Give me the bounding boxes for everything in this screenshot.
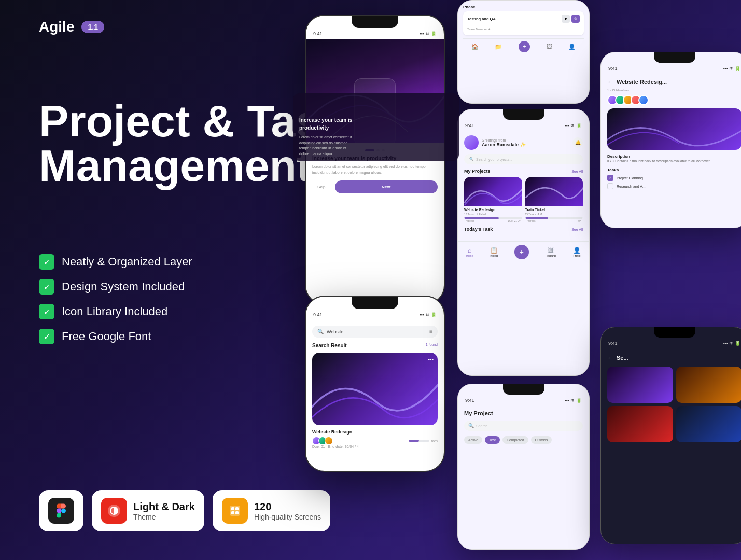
add-fab[interactable]: + <box>519 41 530 52</box>
theme-badge-text: Light & Dark Theme <box>133 501 195 521</box>
feature-label: Icon Library Included <box>62 305 167 318</box>
description-title: Description <box>607 154 741 159</box>
next-button[interactable]: Next <box>335 180 438 193</box>
feature-list: ✓ Neatly & Organized Layer ✓ Design Syst… <box>39 254 192 354</box>
member-count: 1 - 35 Members <box>607 89 629 92</box>
result-count: 1 found <box>426 343 438 348</box>
home-search[interactable]: 🔍 Search your projects... <box>464 154 583 164</box>
feature-label: Free Google Font <box>62 330 151 343</box>
resource-icon: 🖼 <box>546 247 556 254</box>
project-meta-1: 10 Task •4 Failed ProgressDue: 21 Jun <box>464 213 522 222</box>
task-item-1: ✓ Project Planning <box>607 175 741 181</box>
dark-screen-title: Se... <box>617 355 628 361</box>
dark-image-grid <box>607 367 741 442</box>
version-badge: 1.1 <box>81 21 104 33</box>
status-detail: 9:41 ▪▪▪ ≋ 🔋 <box>601 63 741 74</box>
search-result-title: Search Result <box>312 343 347 348</box>
filter-tabs: Active Test Completed Dismiss <box>464 436 583 444</box>
screens-count: 120 <box>254 501 321 513</box>
filter-icon: ≡ <box>429 329 432 334</box>
phone-right-myproject: 9:41 ▪▪▪ ≋ 🔋 My Project 🔍 Search Active … <box>457 384 590 550</box>
nav-profile[interactable]: 👤 Profile <box>573 247 581 257</box>
three-dots-icon[interactable]: ••• <box>428 357 434 362</box>
tasks-section: Tasks ✓ Project Planning Research and A.… <box>607 167 741 189</box>
home-icon: ⌂ <box>466 247 473 254</box>
phone-center-search: 9:41 ▪▪▪ ≋ 🔋 🔍 Website ≡ Search Result 1… <box>305 296 445 472</box>
tab-test[interactable]: Test <box>485 436 500 444</box>
search-result-header: Search Result 1 found <box>312 343 438 348</box>
video-icon: ▶ <box>562 15 570 23</box>
dark-image-3[interactable] <box>607 406 673 442</box>
project-nav[interactable]: 📁 <box>495 44 502 50</box>
status-bar-search: 9:41 ▪▪▪ ≋ 🔋 <box>306 309 444 320</box>
phase-title: Phase <box>463 5 476 9</box>
project-image-1 <box>464 177 522 206</box>
project-name: Website Redesign <box>312 429 438 435</box>
light-dark-theme-badge: Light & Dark Theme <box>92 490 204 531</box>
add-button[interactable]: + <box>514 245 529 259</box>
detail-project-image <box>607 108 741 150</box>
member-avatars <box>607 95 741 105</box>
project-name-2: Train Ticket <box>525 208 583 212</box>
home-nav[interactable]: 🏠 <box>471 44 479 50</box>
user-avatar <box>464 135 479 150</box>
task-name-1: Project Planning <box>617 176 643 180</box>
nav-project[interactable]: 📋 Project <box>490 247 498 257</box>
overlay-text: Increase your team is productivity <box>299 116 352 132</box>
app-header: Greetings from Aaron Ramsdale ✨ 🔔 <box>464 135 583 150</box>
dark-image-4[interactable] <box>676 406 742 442</box>
back-row: ← Website Redesig... <box>607 78 741 86</box>
search-placeholder: Search <box>476 424 487 428</box>
figma-badge <box>39 490 83 531</box>
todays-task-title: Today's Task <box>464 227 493 232</box>
figma-icon <box>48 498 74 524</box>
dark-back-button[interactable]: ← <box>607 354 613 361</box>
tab-active[interactable]: Active <box>464 436 482 444</box>
phone-right-phase: Phase Testing and QA ▶ ⊙ Team Member ∗ 🏠… <box>457 0 590 104</box>
bottom-badges: Light & Dark Theme 120 High-quality Scre… <box>39 490 330 531</box>
dark-back-row: ← Se... <box>607 354 741 361</box>
username: Aaron Ramsdale ✨ <box>482 142 526 147</box>
nav-resource[interactable]: 🖼 Resource <box>546 247 556 257</box>
back-button[interactable]: ← <box>607 78 613 86</box>
status-dark: 9:41 ▪▪▪ ≋ 🔋 <box>601 338 741 349</box>
skip-button[interactable]: Skip <box>312 181 331 192</box>
svg-rect-3 <box>235 507 239 510</box>
brand-name: Agile <box>39 19 74 35</box>
phase-screen: Phase Testing and QA ▶ ⊙ Team Member ∗ 🏠… <box>458 1 589 59</box>
task-phase-item: Testing and QA ▶ ⊙ Team Member ∗ <box>463 11 584 35</box>
myproject-search[interactable]: 🔍 Search <box>464 421 583 431</box>
status-myproject: 9:41 ▪▪▪ ≋ 🔋 <box>458 395 589 406</box>
search-card-info: Website Redesign 50% Due: 01 - End date:… <box>312 429 438 449</box>
search-icon: 🔍 <box>317 329 324 334</box>
project-card-1[interactable]: Website Redesign 10 Task •4 Failed Progr… <box>464 177 522 222</box>
check-icon: ✓ <box>39 304 54 319</box>
avatar-group <box>312 437 333 445</box>
task-checkbox-empty <box>607 183 613 189</box>
phase-name: Testing and QA <box>467 17 496 21</box>
todays-task-header: Today's Task See All <box>464 227 583 232</box>
tab-dismiss[interactable]: Dismiss <box>531 436 552 444</box>
search-input-container[interactable]: 🔍 Website ≡ <box>312 326 438 338</box>
tab-completed[interactable]: Completed <box>502 436 528 444</box>
check-icon: ✓ <box>39 254 54 270</box>
onboard-description: Lorum dolor sit amet consectetur adipisc… <box>312 164 438 175</box>
phone-right-home: 9:41 ▪▪▪ ≋ 🔋 Greetings from Aaron Ramsda… <box>457 109 590 376</box>
dark-image-2[interactable] <box>676 367 742 403</box>
bottom-nav-home: ⌂ Home 📋 Project + 🖼 Resource 👤 Profile <box>458 241 589 262</box>
see-all-tasks[interactable]: See All <box>571 228 583 231</box>
resource-nav[interactable]: 🖼 <box>547 44 552 50</box>
project-card-2[interactable]: Train Ticket 15 Task •4 M Progress40% <box>525 177 583 222</box>
notification-bell[interactable]: 🔔 <box>572 137 583 148</box>
feature-item: ✓ Free Google Font <box>39 329 192 344</box>
theme-icon <box>101 498 127 524</box>
see-all-projects[interactable]: See All <box>571 170 583 173</box>
project-meta: Due: 01 - End date: 30/04 / 4 <box>312 445 438 449</box>
feature-label: Neatly & Organized Layer <box>62 255 192 269</box>
greeting: Greetings from <box>482 138 526 142</box>
dark-image-1[interactable] <box>607 367 673 403</box>
nav-home[interactable]: ⌂ Home <box>466 247 473 257</box>
profile-nav[interactable]: 👤 <box>568 44 576 50</box>
svg-rect-2 <box>231 507 234 510</box>
search-icon-myproject: 🔍 <box>468 423 474 428</box>
